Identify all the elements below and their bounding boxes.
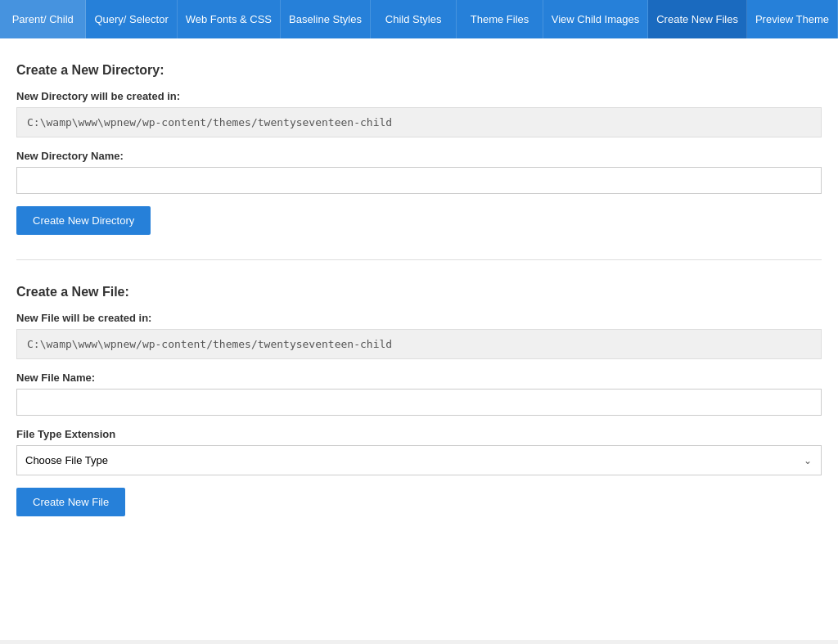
directory-section-title: Create a New Directory: bbox=[16, 63, 822, 78]
create-file-section: Create a New File: New File will be crea… bbox=[16, 285, 822, 516]
nav-item-parent-child[interactable]: Parent/ Child bbox=[0, 0, 86, 38]
nav-item-preview-theme[interactable]: Preview Theme bbox=[747, 0, 838, 38]
directory-name-input[interactable] bbox=[16, 167, 822, 194]
file-type-label: File Type Extension bbox=[16, 428, 822, 440]
file-name-input[interactable] bbox=[16, 389, 822, 416]
file-name-label: New File Name: bbox=[16, 372, 822, 384]
file-type-select[interactable]: Choose File Type.php.css.js.html.txt bbox=[16, 445, 822, 475]
nav-item-query-selector[interactable]: Query/ Selector bbox=[86, 0, 177, 38]
file-path-display: C:\wamp\www\wpnew/wp-content/themes/twen… bbox=[16, 329, 822, 359]
section-divider bbox=[16, 259, 822, 260]
nav-item-view-child-images[interactable]: View Child Images bbox=[543, 0, 648, 38]
directory-path-display: C:\wamp\www\wpnew/wp-content/themes/twen… bbox=[16, 107, 822, 137]
nav-item-create-new-files[interactable]: Create New Files bbox=[648, 0, 747, 38]
create-file-button[interactable]: Create New File bbox=[16, 488, 125, 516]
file-type-wrapper: Choose File Type.php.css.js.html.txt ⌄ bbox=[16, 445, 822, 475]
nav-item-web-fonts-css[interactable]: Web Fonts & CSS bbox=[178, 0, 281, 38]
main-content: Create a New Directory: New Directory wi… bbox=[0, 38, 838, 640]
directory-name-label: New Directory Name: bbox=[16, 150, 822, 162]
nav-item-child-styles[interactable]: Child Styles bbox=[371, 0, 457, 38]
create-directory-button[interactable]: Create New Directory bbox=[16, 206, 151, 235]
nav-item-theme-files[interactable]: Theme Files bbox=[457, 0, 543, 38]
file-section-title: Create a New File: bbox=[16, 285, 822, 299]
nav-item-baseline-styles[interactable]: Baseline Styles bbox=[281, 0, 371, 38]
directory-path-label: New Directory will be created in: bbox=[16, 90, 822, 102]
file-path-label: New File will be created in: bbox=[16, 312, 822, 324]
main-nav: Parent/ ChildQuery/ SelectorWeb Fonts & … bbox=[0, 0, 838, 38]
create-directory-section: Create a New Directory: New Directory wi… bbox=[16, 63, 822, 235]
